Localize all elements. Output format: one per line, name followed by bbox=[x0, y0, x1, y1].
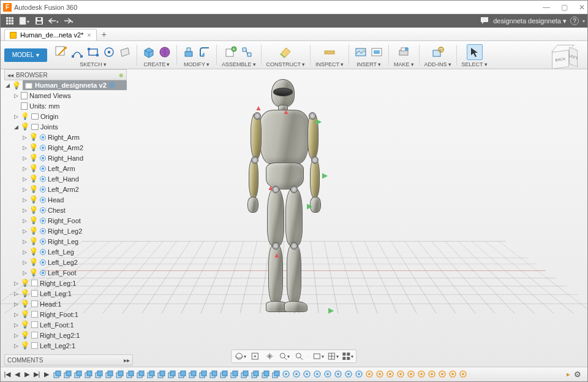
timeline-feature[interactable] bbox=[187, 370, 197, 380]
orbit-button[interactable]: ▾ bbox=[234, 351, 246, 362]
visibility-bulb-icon[interactable]: 💡 bbox=[29, 154, 38, 162]
visibility-bulb-icon[interactable]: 💡 bbox=[29, 196, 38, 204]
timeline-joint[interactable] bbox=[302, 370, 312, 380]
timeline-joint[interactable] bbox=[437, 370, 447, 380]
print-icon[interactable] bbox=[397, 45, 410, 59]
tree-item-joint[interactable]: ▷💡Right_Arm2 bbox=[21, 142, 127, 153]
tree-item-joint[interactable]: ▷💡Right_Leg bbox=[21, 236, 127, 246]
expand-arrow-icon[interactable]: ◢ bbox=[4, 82, 10, 88]
file-menu-button[interactable]: ▾ bbox=[18, 15, 31, 26]
collapse-browser-icon[interactable]: ◂◂ bbox=[7, 72, 13, 78]
display-settings-button[interactable]: ▾ bbox=[312, 351, 325, 362]
timeline-next-button[interactable]: ▶| bbox=[32, 370, 41, 378]
redo-button[interactable]: ▾ bbox=[62, 15, 75, 26]
pan-button[interactable] bbox=[263, 351, 276, 362]
timeline-feature[interactable] bbox=[115, 370, 124, 380]
viewport-layout-button[interactable]: ▾ bbox=[342, 351, 354, 362]
tree-item-joint[interactable]: ▷💡Chest bbox=[21, 205, 127, 215]
visibility-bulb-icon[interactable]: 💡 bbox=[29, 206, 38, 214]
tree-item-joint[interactable]: ▷💡Left_Leg2 bbox=[21, 257, 127, 267]
timeline-joint[interactable] bbox=[448, 370, 458, 380]
sketch-label[interactable]: SKETCH▾ bbox=[80, 61, 107, 67]
timeline-joint[interactable] bbox=[427, 370, 437, 380]
joint-radio-icon[interactable] bbox=[40, 186, 46, 193]
timeline-joint[interactable] bbox=[354, 370, 364, 380]
timeline-play-button[interactable]: ▶ bbox=[23, 370, 31, 378]
timeline-feature[interactable] bbox=[73, 370, 83, 380]
tree-item-body[interactable]: ▷💡Head:1 bbox=[13, 299, 127, 309]
visibility-bulb-icon[interactable]: 💡 bbox=[21, 310, 29, 318]
timeline-marker[interactable]: ▸ bbox=[564, 370, 573, 378]
timeline-joint[interactable] bbox=[385, 370, 395, 380]
joint-radio-icon[interactable] bbox=[40, 239, 46, 245]
visibility-bulb-icon[interactable]: 💡 bbox=[12, 82, 21, 90]
visibility-bulb-icon[interactable]: 💡 bbox=[29, 237, 38, 245]
visibility-bulb-icon[interactable]: 💡 bbox=[21, 331, 29, 339]
timeline-feature[interactable] bbox=[94, 370, 104, 380]
form-icon[interactable] bbox=[158, 45, 172, 59]
timeline-feature[interactable] bbox=[271, 370, 281, 380]
timeline-feature[interactable] bbox=[104, 370, 114, 380]
window-close-button[interactable]: ✕ bbox=[579, 3, 585, 12]
fit-button[interactable] bbox=[293, 351, 305, 362]
visibility-bulb-icon[interactable]: 💡 bbox=[29, 185, 38, 193]
timeline-feature[interactable] bbox=[260, 370, 270, 380]
timeline-prev-button[interactable]: ◀ bbox=[13, 370, 21, 378]
timeline-joint[interactable] bbox=[417, 370, 426, 380]
tree-item-joint[interactable]: ▷💡Left_Hand bbox=[21, 174, 127, 184]
tree-item-joints[interactable]: ◢💡Joints bbox=[13, 121, 127, 132]
tree-item-joint[interactable]: ▷💡Left_Foot bbox=[21, 267, 127, 278]
measure-icon[interactable] bbox=[323, 45, 336, 59]
visibility-bulb-icon[interactable]: 💡 bbox=[29, 133, 38, 141]
file-tab[interactable]: Human_de...neta v2* × bbox=[4, 29, 97, 40]
tree-item-body[interactable]: ▷💡Left_Leg2:1 bbox=[13, 340, 127, 351]
joint-radio-icon[interactable] bbox=[40, 249, 46, 255]
rectangle-icon[interactable] bbox=[86, 45, 100, 59]
tree-item-body[interactable]: ▷💡Right_Leg2:1 bbox=[13, 330, 127, 340]
timeline-joint[interactable] bbox=[406, 370, 416, 380]
insert-label[interactable]: INSERT▾ bbox=[356, 61, 381, 67]
tree-item-joint[interactable]: ▷💡Right_Hand bbox=[21, 153, 127, 163]
timeline-joint[interactable] bbox=[364, 370, 374, 380]
activate-radio-icon[interactable] bbox=[109, 82, 115, 88]
joint-radio-icon[interactable] bbox=[40, 197, 46, 203]
tree-item-units[interactable]: Units: mm bbox=[13, 101, 127, 111]
timeline-joint[interactable] bbox=[344, 370, 353, 380]
timeline-joint[interactable] bbox=[396, 370, 405, 380]
comments-header[interactable]: COMMENTS ▸▸ bbox=[4, 354, 133, 365]
joint-radio-icon[interactable] bbox=[40, 218, 46, 224]
make-label[interactable]: MAKE▾ bbox=[394, 61, 414, 67]
create-label[interactable]: CREATE▾ bbox=[144, 61, 170, 67]
save-button[interactable] bbox=[32, 15, 46, 26]
model-robot[interactable]: ▲ ▶ ▲ ▶ ▲ ▶ ▶ ▲ bbox=[249, 79, 328, 337]
root-component[interactable]: Human_designneta v2 bbox=[23, 80, 127, 90]
timeline-feature[interactable] bbox=[198, 370, 208, 380]
visibility-bulb-icon[interactable]: 💡 bbox=[21, 289, 29, 297]
tree-item-joint[interactable]: ▷💡Left_Leg bbox=[21, 246, 127, 257]
timeline-feature[interactable] bbox=[83, 370, 93, 380]
timeline-feature[interactable] bbox=[219, 370, 228, 380]
joint-radio-icon[interactable] bbox=[40, 155, 46, 161]
timeline-feature[interactable] bbox=[250, 370, 260, 380]
joint-radio-icon[interactable] bbox=[40, 166, 46, 172]
timeline-feature[interactable] bbox=[52, 370, 62, 380]
visibility-bulb-icon[interactable]: 💡 bbox=[29, 269, 38, 277]
timeline-feature[interactable] bbox=[156, 370, 166, 380]
workspace-switcher[interactable]: MODEL ▾ bbox=[4, 48, 47, 62]
timeline-joint[interactable] bbox=[312, 370, 322, 380]
timeline-feature[interactable] bbox=[146, 370, 156, 380]
timeline-feature[interactable] bbox=[229, 370, 239, 380]
help-caret[interactable]: ▾ bbox=[582, 18, 585, 24]
user-menu[interactable]: designneta designneta ▾ bbox=[493, 17, 567, 25]
timeline-end-button[interactable]: ▶ bbox=[42, 370, 51, 378]
visibility-bulb-icon[interactable]: 💡 bbox=[29, 143, 38, 151]
visibility-bulb-icon[interactable]: 💡 bbox=[21, 123, 29, 131]
insert-svg-icon[interactable] bbox=[370, 45, 383, 59]
joint-radio-icon[interactable] bbox=[40, 207, 46, 213]
box-icon[interactable] bbox=[142, 45, 156, 59]
inspect-label[interactable]: INSPECT▾ bbox=[315, 61, 344, 67]
assemble-label[interactable]: ASSEMBLE▾ bbox=[222, 61, 256, 67]
visibility-bulb-icon[interactable]: 💡 bbox=[29, 248, 38, 256]
data-panel-button[interactable] bbox=[3, 15, 17, 26]
tree-item-joint[interactable]: ▷💡Left_Arm2 bbox=[21, 184, 127, 194]
